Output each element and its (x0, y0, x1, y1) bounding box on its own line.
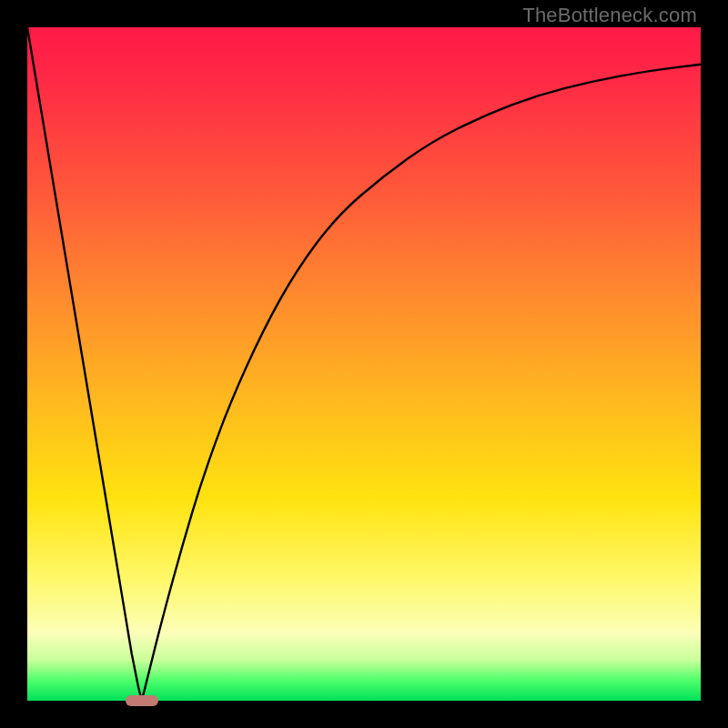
curve-layer (27, 27, 701, 701)
watermark-text: TheBottleneck.com (522, 4, 697, 27)
left-descent-path (27, 27, 142, 701)
chart-frame: TheBottleneck.com (0, 0, 728, 728)
plot-area (27, 27, 701, 701)
bottleneck-marker (126, 695, 158, 706)
right-curve-path (142, 65, 701, 701)
